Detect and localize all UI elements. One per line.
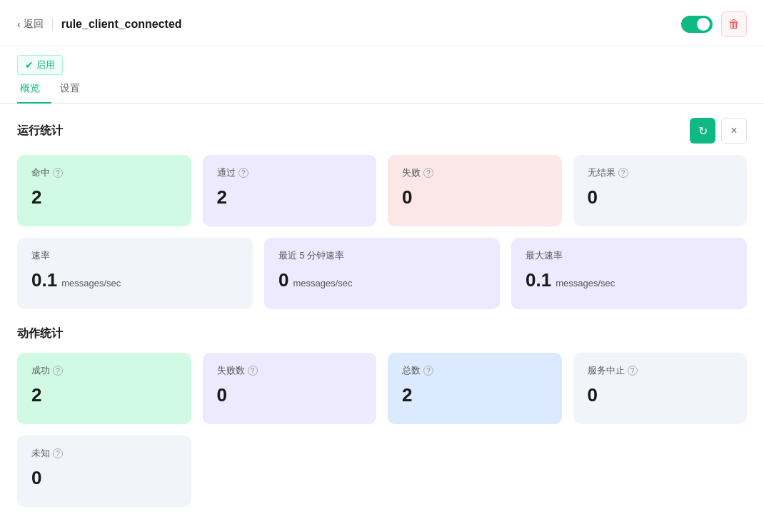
toggle-thumb	[697, 18, 710, 31]
page-header: ‹ 返回 rule_client_connected 🗑	[0, 0, 764, 46]
toggle-track	[681, 16, 713, 33]
stat-unit-rate: messages/sec	[61, 278, 121, 288]
stat-value-row-rate: 0.1 messages/sec	[31, 269, 238, 291]
stat-card-rate: 速率 0.1 messages/sec	[17, 238, 253, 309]
stat-value-rate: 0.1	[31, 269, 57, 291]
help-icon-hit[interactable]: ?	[53, 168, 63, 178]
stat-card-maxrate: 最大速率 0.1 messages/sec	[511, 238, 747, 309]
help-icon-pass[interactable]: ?	[238, 168, 248, 178]
stat-label-fail: 失败 ?	[402, 166, 548, 179]
stat-label-maxrate: 最大速率	[526, 249, 733, 262]
back-arrow-icon: ‹	[17, 19, 21, 30]
stat-value-noresult: 0	[588, 186, 733, 209]
stat-card-rate5m: 最近 5 分钟速率 0 messages/sec	[264, 238, 500, 309]
action-stats-header: 动作统计	[17, 326, 747, 341]
header-divider	[52, 18, 53, 31]
stat-card-success: 成功 ? 2	[17, 353, 191, 424]
stat-label-rate5m: 最近 5 分钟速率	[278, 249, 486, 262]
run-stats-actions: ↻ ×	[690, 118, 747, 144]
help-icon-unknown[interactable]: ?	[53, 448, 63, 458]
tabs-bar: 概览 设置	[0, 75, 764, 104]
stat-label-unknown: 未知 ?	[31, 447, 177, 460]
enabled-badge-row: ✔ 启用	[0, 46, 764, 75]
run-stats-cards: 命中 ? 2 通过 ? 2 失败 ? 0 无结果 ? 0	[17, 155, 747, 226]
help-icon-abort[interactable]: ?	[628, 366, 638, 376]
help-icon-success[interactable]: ?	[53, 366, 63, 376]
stat-card-unknown: 未知 ? 0	[17, 436, 191, 507]
stat-card-abort: 服务中止 ? 0	[573, 353, 748, 424]
back-label: 返回	[24, 18, 44, 31]
delete-button[interactable]: 🗑	[721, 11, 747, 37]
run-stats-title: 运行统计	[17, 124, 63, 139]
stat-value-failcount: 0	[217, 384, 363, 406]
stat-label-noresult: 无结果 ?	[588, 166, 733, 179]
header-left: ‹ 返回 rule_client_connected	[17, 18, 182, 31]
back-button[interactable]: ‹ 返回	[17, 18, 44, 31]
stat-label-rate: 速率	[31, 249, 238, 262]
help-icon-total[interactable]: ?	[423, 366, 433, 376]
stat-value-row-rate5m: 0 messages/sec	[278, 269, 486, 291]
stat-card-fail: 失败 ? 0	[388, 155, 562, 226]
rate-stats-cards: 速率 0.1 messages/sec 最近 5 分钟速率 0 messages…	[17, 238, 747, 309]
stat-label-hit: 命中 ?	[31, 166, 177, 179]
tab-settings[interactable]: 设置	[57, 75, 91, 104]
action-stats-title: 动作统计	[17, 326, 63, 341]
stat-value-hit: 2	[31, 186, 177, 209]
stat-card-failcount: 失败数 ? 0	[203, 353, 377, 424]
stat-value-abort: 0	[588, 384, 733, 406]
stat-value-pass: 2	[217, 186, 363, 209]
close-button[interactable]: ×	[721, 118, 747, 144]
stat-value-maxrate: 0.1	[526, 269, 551, 291]
action-stats-extra: 未知 ? 0	[17, 436, 747, 507]
stat-value-row-maxrate: 0.1 messages/sec	[526, 269, 733, 291]
stat-label-abort: 服务中止 ?	[588, 364, 733, 377]
stat-value-unknown: 0	[31, 467, 177, 489]
run-stats-header: 运行统计 ↻ ×	[17, 118, 747, 144]
stat-card-noresult: 无结果 ? 0	[573, 155, 748, 226]
stat-value-success: 2	[31, 384, 177, 406]
tab-overview[interactable]: 概览	[17, 75, 51, 104]
refresh-icon: ↻	[698, 124, 708, 138]
delete-icon: 🗑	[728, 18, 740, 31]
stat-card-hit: 命中 ? 2	[17, 155, 191, 226]
stat-card-total: 总数 ? 2	[388, 353, 562, 424]
stat-value-fail: 0	[402, 186, 548, 209]
header-right: 🗑	[681, 11, 747, 37]
action-stats-cards: 成功 ? 2 失败数 ? 0 总数 ? 2 服务中止 ? 0	[17, 353, 747, 424]
stat-card-pass: 通过 ? 2	[203, 155, 377, 226]
enabled-label: 启用	[36, 59, 55, 71]
help-icon-fail[interactable]: ?	[423, 168, 433, 178]
enabled-badge: ✔ 启用	[17, 55, 63, 75]
stat-label-total: 总数 ?	[402, 364, 548, 377]
stat-unit-rate5m: messages/sec	[293, 278, 352, 288]
stat-value-total: 2	[402, 384, 548, 406]
stat-value-rate5m: 0	[278, 269, 288, 291]
stat-label-success: 成功 ?	[31, 364, 177, 377]
help-icon-failcount[interactable]: ?	[248, 366, 258, 376]
refresh-button[interactable]: ↻	[690, 118, 715, 144]
enable-toggle[interactable]	[681, 16, 713, 33]
main-content: 运行统计 ↻ × 命中 ? 2 通过 ? 2 失	[0, 104, 764, 521]
stat-label-pass: 通过 ?	[217, 166, 363, 179]
close-icon: ×	[730, 124, 737, 137]
page-title: rule_client_connected	[61, 18, 182, 31]
stat-unit-maxrate: messages/sec	[556, 278, 615, 288]
check-icon: ✔	[25, 59, 34, 71]
help-icon-noresult[interactable]: ?	[618, 168, 628, 178]
stat-label-failcount: 失败数 ?	[217, 364, 363, 377]
